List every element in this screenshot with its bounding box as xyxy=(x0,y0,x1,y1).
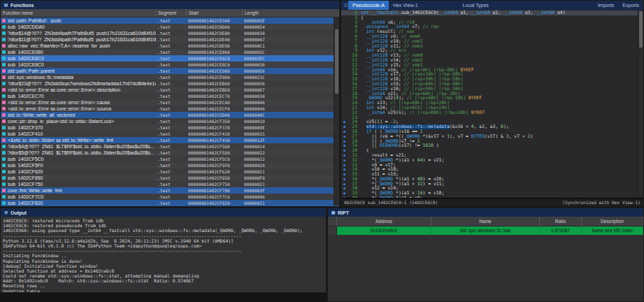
code-line[interactable]: 18 __int64 v21; // [rsp+60h] [rbp-28h] xyxy=(341,92,643,96)
function-row[interactable]: std::sys::windows::fs::metadata.text0000… xyxy=(1,74,339,80)
code-line[interactable]: 25 std::sys::windows::fs::metadata(&v16 … xyxy=(341,124,643,129)
column-header[interactable]: Ratio xyxy=(540,217,582,226)
column-header[interactable]: Description xyxy=(582,217,643,226)
function-row[interactable]: sub_1402CEC70.text00000001402CEC70000000… xyxy=(1,93,339,99)
function-row[interactable]: ?dtor$23@?0??_ZN3std3sys7windows2fs8meta… xyxy=(1,80,339,87)
function-row[interactable]: <std::io::error::Error as core::error::E… xyxy=(1,87,339,93)
code-line[interactable]: 24 v25[1] = -2; xyxy=(341,120,643,124)
function-segment: .text xyxy=(156,94,187,99)
pseudocode-scrollbar[interactable] xyxy=(638,10,643,199)
code-line[interactable]: 36 *(_QWORD *)(a1 + 48) = v20; xyxy=(341,177,643,182)
function-row[interactable]: <std::io::error::Error as core::error::E… xyxy=(1,99,339,106)
function-row[interactable]: sub_1402CE060.text00000001402CE060000006… xyxy=(1,49,339,55)
match-row[interactable]: 0x1402ce6c0std::sys::windows::fs::stat0.… xyxy=(328,226,643,235)
code-line[interactable]: 37 *(_QWORD *)(a1 + 32) = v11; xyxy=(341,182,643,187)
output-titlebar[interactable]: ≣ Output xyxy=(1,208,326,217)
code-line[interactable]: 33 v9 = v17; xyxy=(341,163,643,168)
functions-scrollbar[interactable] xyxy=(334,17,339,206)
function-segment: .text xyxy=(156,43,187,48)
function-row[interactable]: sub_1402CF370.text00000001402CF370000000… xyxy=(1,124,339,131)
code-line[interactable]: 16 __int128 v19; // [rsp+40h] [rbp-48h] xyxy=(341,82,643,87)
code-line[interactable]: 2{ xyxy=(341,15,643,20)
code-line[interactable]: 7 __int128 v10; // xmm1 xyxy=(341,39,643,44)
code-line[interactable]: 26 if ( (_DWORD)v16 == 1 xyxy=(341,129,643,134)
tab-exports[interactable]: Exports xyxy=(618,1,643,10)
column-header[interactable]: Function name xyxy=(1,9,156,17)
code-line[interactable]: 21 int v24; // [rsp+ACh] [rbp+24h] xyxy=(341,106,643,110)
code-line[interactable]: 30 { xyxy=(341,148,643,153)
code-line[interactable]: 19 _QWORD v22[4]; // [rsp+68h] [rbp-18h]… xyxy=(341,96,643,101)
code-line[interactable]: 39 *(_QWORD *)(a1 + 16) = v10; xyxy=(341,191,643,196)
code-line[interactable]: 17 __int128 v20; // [rsp+50h] [rbp-38h] xyxy=(341,87,643,92)
function-row[interactable]: core::ptr::drop_in_place<std::io::stdio:… xyxy=(1,118,339,124)
code-line[interactable]: 32 *(_QWORD *)(a1 + 64) = v21; xyxy=(341,158,643,163)
function-row[interactable]: sub_1402CF5C0.text00000001402CF5C0000000… xyxy=(1,156,339,162)
column-header[interactable]: Segment xyxy=(156,9,187,17)
code-line[interactable]: 23 xyxy=(341,115,643,120)
function-segment: .text xyxy=(156,24,187,29)
code-line[interactable]: 38 v12 = v24; xyxy=(341,186,643,191)
function-row[interactable]: sub_1402CF7C0.text00000001402CF7C0000000… xyxy=(1,194,339,200)
tab-pseudocode-a[interactable]: Pseudocode-A xyxy=(348,1,389,10)
code-line[interactable]: 28 || (_QWORD)v7 != 2 xyxy=(341,139,643,144)
functions-scrollbar-thumb[interactable] xyxy=(335,29,338,94)
function-row[interactable]: alloc::raw_vec::RawVec<T,A>::reserve_for… xyxy=(1,43,339,49)
function-row[interactable]: <&std::io::stdio::Stderr as std::io::Wri… xyxy=(1,137,339,143)
column-header[interactable]: Name xyxy=(431,217,540,226)
function-row[interactable]: sub_1402CF650.text00000001402CF650000000… xyxy=(1,175,339,181)
function-row[interactable]: sub_1402CE8C0.text00000001402CE8C0000000… xyxy=(1,62,339,68)
function-row[interactable]: sub_1402CF410.text00000001402CF410000000… xyxy=(1,131,339,137)
code-line[interactable]: 15 __int128 v18; // [rsp+30h] [rbp-58h] xyxy=(341,77,643,82)
function-row[interactable]: sub_1402CF620.text00000001402CF620000000… xyxy=(1,168,339,175)
column-header[interactable]: Start xyxy=(187,9,243,17)
function-name: ?dtor$11@?0??_ZN3std4path7PathBuf5_push1… xyxy=(8,37,156,42)
code-line[interactable]: 8 __int128 v11; // xmm2 xyxy=(341,44,643,49)
address-dot-icon xyxy=(343,192,345,194)
match-titlebar[interactable]: ▦ RIPT xyxy=(328,208,643,217)
code-line[interactable]: 1int __fastcall sub_1402CE6C0(__int64 a1… xyxy=(341,10,643,15)
function-row[interactable]: core::fmt::Write::write_fmt.text00000001… xyxy=(1,187,339,194)
match-name: std::sys::windows::fs::stat xyxy=(431,226,540,235)
function-row[interactable]: std::path::Path::parent.text00000001402C… xyxy=(1,68,339,74)
function-row[interactable]: std::io::Write::write_all_vectored.text0… xyxy=(1,112,339,118)
function-row[interactable]: sub_1402CDDA0.text00000001402CDDA0000000… xyxy=(1,24,339,30)
column-header[interactable]: Length xyxy=(243,9,339,17)
function-row[interactable]: sub_1402CF5F0.text00000001402CF5F0000000… xyxy=(1,162,339,168)
function-row[interactable]: ?dtor$11@?0??_ZN3std4path7PathBuf5_push1… xyxy=(1,36,339,43)
code-line[interactable]: 11 __int128 v14; // xmm1 xyxy=(341,58,643,63)
functions-titlebar[interactable]: ▤ Functions xyxy=(1,1,339,9)
code-line[interactable]: 31 result = v21; xyxy=(341,153,643,158)
code-line[interactable]: 4 unsigned __int64 v7; // rax xyxy=(341,24,643,29)
code-line[interactable]: 29 || HIDWORD(v17) != 1920 ) xyxy=(341,143,643,148)
function-row[interactable]: ?dtor$4@?0??_ZN61_$LT$RF$std..io..stdio.… xyxy=(1,143,339,150)
code-line[interactable]: 22 __int64 v25[6]; // [rsp+B0h] [rbp+28h… xyxy=(341,110,643,115)
code-line[interactable]: 6 __int128 v9; // xmm0 xyxy=(341,34,643,39)
code-line[interactable]: 27 || (v6 = *((_QWORD *)&v17 + 1), v7 = … xyxy=(341,134,643,139)
code-line[interactable]: 5 int result; // eax xyxy=(341,29,643,34)
code-line[interactable]: 14 __int128 v17; // [rsp+20h] [rbp-68h] xyxy=(341,72,643,77)
pseudocode-scrollbar-thumb[interactable] xyxy=(639,11,643,48)
column-header[interactable]: Address xyxy=(337,217,431,226)
function-row[interactable]: std::path::PathBuf::_push.text0000000140… xyxy=(1,17,339,24)
breakpoint-dot-slot xyxy=(341,148,347,153)
code-line[interactable]: 3 __int64 v6; // r14 xyxy=(341,20,643,25)
function-row[interactable]: ?dtor$14@?0??_ZN3std4path7PathBuf5_push1… xyxy=(1,30,339,36)
tab-hex-view-1[interactable]: Hex View-1 xyxy=(389,1,422,10)
function-row[interactable]: <std::io::error::Error as core::error::E… xyxy=(1,106,339,112)
code-line[interactable]: 10 __int128 v13; // xmm0 xyxy=(341,53,643,58)
function-row[interactable]: sub_1402CF750.text00000001402CF750000000… xyxy=(1,181,339,187)
code-line[interactable]: 35 v11 = v19; xyxy=(341,172,643,177)
function-row[interactable]: sub_1402CE6C0.text00000001402CE6C0000003… xyxy=(1,55,339,62)
code-line[interactable]: 9 int v12; // ecx xyxy=(341,48,643,53)
function-row[interactable]: ?dtor$5@?0??_ZN61_$LT$RF$std..io..stdio.… xyxy=(1,150,339,156)
function-start: 00000001402CEC70 xyxy=(187,94,243,99)
tab-local-types[interactable]: Local Types xyxy=(459,1,493,10)
code-line[interactable]: 34 v10 = v18; xyxy=(341,167,643,172)
code-line[interactable]: 13 __int64 v16; // [rsp+0h] [rbp-88h] BY… xyxy=(341,68,643,73)
tab-imports[interactable]: Imports xyxy=(594,1,618,10)
function-segment: .text xyxy=(156,194,187,199)
function-length: 0000003F xyxy=(243,188,339,193)
function-row[interactable]: sub_1402CF820.text00000001402CF820000000… xyxy=(1,200,339,206)
code-line[interactable]: 20 int v23; // [rsp+A8h] [rbp+20h] xyxy=(341,101,643,106)
code-line[interactable]: 12 __int128 v15; // xmm2 xyxy=(341,63,643,68)
